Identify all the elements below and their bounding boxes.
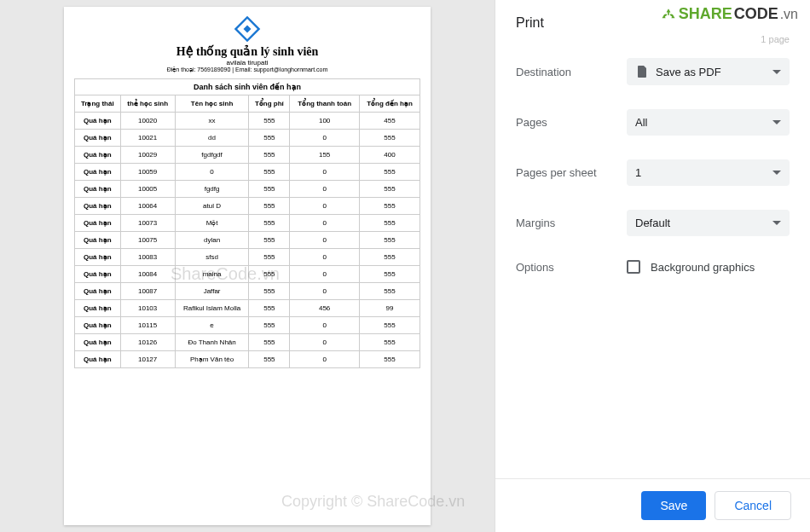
sharecode-logo: SHARECODE.vn [660, 5, 798, 23]
preview-page: Hệ thống quản lý sinh viên avilala tirup… [64, 7, 431, 525]
table-cell: Quá hạn [75, 147, 121, 164]
table-cell: maina [175, 266, 249, 283]
table-cell: 0 [290, 130, 360, 147]
column-header: Tổng đến hạn [359, 95, 419, 113]
table-cell: 555 [249, 130, 290, 147]
table-cell: 0 [290, 317, 360, 334]
table-cell: 0 [290, 249, 360, 266]
table-row: Quá hạn10073Một5550555 [75, 215, 420, 232]
table-cell: 555 [359, 198, 419, 215]
table-cell: 555 [359, 215, 419, 232]
table-cell: 555 [249, 300, 290, 317]
table-cell: e [175, 317, 249, 334]
caret-down-icon [772, 120, 781, 124]
table-cell: 555 [359, 351, 419, 368]
print-preview-area: Hệ thống quản lý sinh viên avilala tirup… [0, 0, 495, 532]
options-label: Options [516, 261, 627, 274]
table-cell: 0 [290, 334, 360, 351]
pages-select[interactable]: All [627, 109, 790, 136]
pages-per-sheet-label: Pages per sheet [516, 166, 627, 179]
table-cell: 0 [290, 283, 360, 300]
table-cell: 555 [359, 283, 419, 300]
table-row: Quá hạn10021dd5550555 [75, 130, 420, 147]
document-title: Hệ thống quản lý sinh viên [74, 44, 420, 59]
table-row: Quá hạn10084maina5550555 [75, 266, 420, 283]
table-cell: 555 [249, 232, 290, 249]
table-cell: 555 [249, 351, 290, 368]
table-cell: 555 [359, 181, 419, 198]
table-cell: 100 [290, 113, 360, 130]
svg-rect-1 [243, 25, 251, 32]
table-cell: fgdfgdf [175, 147, 249, 164]
table-cell: Một [175, 215, 249, 232]
table-cell: 10126 [120, 334, 175, 351]
caret-down-icon [772, 221, 781, 225]
table-cell: 555 [359, 317, 419, 334]
table-cell: dylan [175, 232, 249, 249]
table-cell: 555 [249, 147, 290, 164]
table-cell: Quá hạn [75, 317, 121, 334]
table-cell: sfsd [175, 249, 249, 266]
table-cell: 555 [249, 198, 290, 215]
table-cell: Quá hạn [75, 283, 121, 300]
pages-label: Pages [516, 116, 627, 129]
pages-per-sheet-select[interactable]: 1 [627, 159, 790, 186]
table-cell: Quá hạn [75, 164, 121, 181]
pdf-icon [635, 65, 649, 78]
table-cell: 0 [290, 164, 360, 181]
table-cell: Quá hạn [75, 266, 121, 283]
table-cell: Quá hạn [75, 334, 121, 351]
table-cell: Quá hạn [75, 300, 121, 317]
margins-label: Margins [516, 217, 627, 229]
table-row: Quá hạn10127Phạm Văn tèo5550555 [75, 351, 420, 368]
table-cell: 10103 [120, 300, 175, 317]
page-count-text: 1 page [761, 34, 790, 44]
margins-select[interactable]: Default [627, 210, 790, 236]
table-cell: Quá hạn [75, 249, 121, 266]
table-cell: 10075 [120, 232, 175, 249]
student-table: Trạng tháithẻ học sinhTên học sinhTổng p… [74, 95, 420, 368]
table-cell: 10020 [120, 113, 175, 130]
table-cell: Đo Thanh Nhân [175, 334, 249, 351]
margins-value: Default [635, 217, 670, 229]
table-row: Quá hạn10020xx555100455 [75, 113, 420, 130]
cancel-button[interactable]: Cancel [715, 491, 791, 520]
table-row: Quá hạn10064atul D5550555 [75, 198, 420, 215]
table-cell: 10073 [120, 215, 175, 232]
table-row: Quá hạn10029fgdfgdf555155400 [75, 147, 420, 164]
destination-select[interactable]: Save as PDF [627, 58, 790, 85]
table-cell: 555 [359, 249, 419, 266]
column-header: Tên học sinh [175, 95, 249, 113]
table-cell: 10083 [120, 249, 175, 266]
table-cell: 555 [359, 232, 419, 249]
caret-down-icon [772, 171, 781, 175]
table-cell: atul D [175, 198, 249, 215]
table-cell: 0 [290, 266, 360, 283]
table-cell: 555 [359, 334, 419, 351]
destination-label: Destination [516, 66, 627, 78]
table-cell: Quá hạn [75, 113, 121, 130]
table-cell: 555 [249, 164, 290, 181]
table-cell: xx [175, 113, 249, 130]
table-cell: Rafikul Islam Molla [175, 300, 249, 317]
table-cell: Quá hạn [75, 351, 121, 368]
print-settings-panel: Print 1 page Destination Save as PDF Pag… [495, 0, 810, 532]
table-cell: Quá hạn [75, 198, 121, 215]
column-header: Tổng phí [249, 95, 290, 113]
table-cell: Quá hạn [75, 232, 121, 249]
table-cell: dd [175, 130, 249, 147]
table-cell: 555 [249, 249, 290, 266]
table-row: Quá hạn10075dylan5550555 [75, 232, 420, 249]
table-cell: 555 [359, 164, 419, 181]
table-row: Quá hạn1005905550555 [75, 164, 420, 181]
table-row: Quá hạn10103Rafikul Islam Molla55545699 [75, 300, 420, 317]
table-cell: 456 [290, 300, 360, 317]
table-cell: 400 [359, 147, 419, 164]
table-cell: 0 [290, 232, 360, 249]
pages-per-sheet-value: 1 [635, 166, 641, 179]
table-cell: 99 [359, 300, 419, 317]
table-cell: 155 [290, 147, 360, 164]
background-graphics-checkbox[interactable] [627, 260, 640, 274]
save-button[interactable]: Save [641, 491, 706, 520]
background-graphics-label: Background graphics [651, 261, 755, 274]
